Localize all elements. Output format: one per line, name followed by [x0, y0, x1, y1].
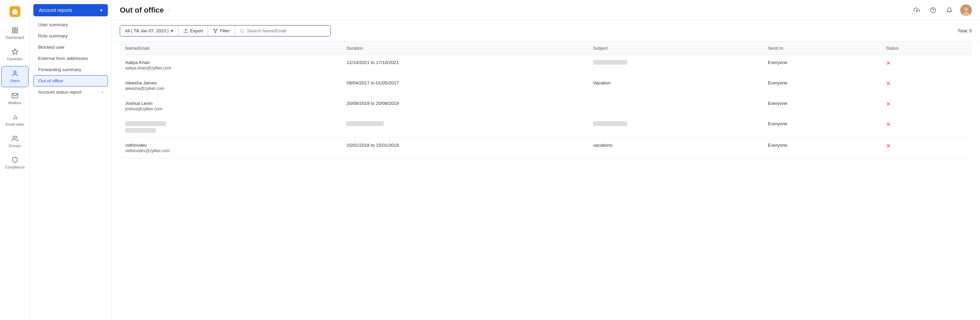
- cell-send-to: Everyone: [762, 96, 881, 116]
- sidebar-item-mailbox[interactable]: Mailbox: [2, 89, 29, 108]
- sidebar-item-users-label: Users: [10, 79, 20, 83]
- filter-icon: [213, 29, 218, 33]
- help-icon[interactable]: [928, 5, 939, 16]
- cell-name-email: [120, 116, 341, 138]
- status-inactive-icon: ✕: [886, 81, 891, 86]
- cell-subject: Vacation: [588, 76, 762, 96]
- sidebar-nav: Dashboard Favorites Users: [0, 23, 30, 173]
- cell-status: ✕: [881, 76, 972, 96]
- user-email: aaliya.khan@zylker.com: [125, 66, 336, 70]
- total-count: Total: 5: [958, 28, 972, 33]
- sidebar-item-email-stats[interactable]: Email stats: [2, 110, 29, 130]
- header-actions: [911, 5, 972, 16]
- sidebar-item-groups[interactable]: Groups: [2, 131, 29, 151]
- col-subject: Subject: [588, 41, 762, 55]
- page-title: Out of office: [120, 6, 164, 14]
- sidebar-item-favorites-label: Favorites: [7, 57, 22, 61]
- nav-item-forwarding-summary[interactable]: Forwarding summary: [30, 64, 111, 75]
- chevron-down-icon: ▾: [100, 8, 102, 13]
- nav-item-out-of-office[interactable]: Out of office: [33, 75, 108, 86]
- cell-subject: [588, 116, 762, 138]
- sidebar-item-users[interactable]: Users: [2, 66, 29, 87]
- sidebar-item-favorites[interactable]: Favorites: [2, 45, 29, 65]
- cell-name-email: Aaliya Khanaaliya.khan@zylker.com: [120, 55, 341, 76]
- svg-rect-3: [12, 31, 14, 33]
- groups-icon: [11, 135, 19, 142]
- cell-send-to: Everyone: [762, 116, 881, 138]
- sidebar-item-email-stats-label: Email stats: [6, 122, 24, 127]
- table-row: Aaliya Khanaaliya.khan@zylker.com12/10/2…: [120, 55, 972, 76]
- sidebar-item-compliance[interactable]: Compliance: [2, 153, 29, 173]
- svg-marker-4: [12, 49, 18, 54]
- user-email: joshua@zylker.com: [125, 107, 336, 111]
- cell-status: ✕: [881, 116, 972, 138]
- cell-name-email: Joshua Leninjoshua@zylker.com: [120, 96, 341, 116]
- col-status: Status: [881, 41, 972, 55]
- status-inactive-icon: ✕: [886, 60, 891, 66]
- table-header-row: Name/Email Duration Subject Send to Stat…: [120, 41, 972, 55]
- logo-icon: [10, 6, 21, 17]
- export-label: Export: [190, 28, 203, 33]
- user-name: Joshua Lenin: [125, 101, 336, 106]
- cell-duration: 15/01/2018 to 15/01/2018: [341, 138, 587, 158]
- col-name-email: Name/Email: [120, 41, 341, 55]
- account-reports-header[interactable]: Account reports ▾: [33, 4, 108, 16]
- nav-item-blocked-user[interactable]: Blocked user: [30, 41, 111, 53]
- svg-rect-0: [12, 28, 14, 30]
- svg-rect-1: [15, 28, 18, 30]
- star-icon[interactable]: ☆: [167, 7, 172, 13]
- svg-line-19: [243, 32, 243, 32]
- cell-duration: 20/08/2019 to 20/08/2019: [341, 96, 587, 116]
- status-inactive-icon: ✕: [886, 121, 891, 127]
- users-icon: [11, 70, 19, 77]
- cell-send-to: Everyone: [762, 138, 881, 158]
- nav-item-user-summary[interactable]: User summary: [30, 19, 111, 30]
- cell-status: ✕: [881, 138, 972, 158]
- upload-icon[interactable]: [911, 5, 922, 16]
- svg-point-18: [240, 29, 243, 32]
- user-name: Aaliya Khan: [125, 60, 336, 65]
- toolbar: All ( Till Jan 07, 2023 ) ▾ Export Filte…: [111, 21, 980, 41]
- date-filter-label: All ( Till Jan 07, 2023 ): [125, 28, 169, 33]
- cell-send-to: Everyone: [762, 76, 881, 96]
- cell-duration: 09/04/2017 to 01/05/2017: [341, 76, 587, 96]
- account-status-label: Account status report: [38, 89, 82, 95]
- export-button[interactable]: Export: [179, 25, 208, 36]
- favorites-icon: [11, 48, 19, 56]
- page-header: Out of office ☆: [111, 0, 980, 21]
- svg-point-9: [13, 136, 15, 138]
- sidebar-item-compliance-label: Compliance: [5, 165, 24, 170]
- sidebar-item-dashboard-label: Dashboard: [6, 35, 24, 40]
- export-icon: [183, 29, 188, 33]
- sidebar-item-dashboard[interactable]: Dashboard: [2, 23, 29, 43]
- nav-item-account-status[interactable]: Account status report ›: [30, 86, 111, 98]
- search-icon: [240, 29, 244, 33]
- cell-duration: 12/10/2021 to 17/10/2021: [341, 55, 587, 76]
- search-input[interactable]: [247, 28, 326, 33]
- mailbox-icon: [11, 92, 19, 99]
- dashboard-icon: [11, 27, 19, 34]
- nav-item-external-from[interactable]: External from addresses: [30, 53, 111, 64]
- out-of-office-table: Name/Email Duration Subject Send to Stat…: [120, 41, 972, 158]
- sidebar: Dashboard Favorites Users: [0, 0, 30, 320]
- svg-marker-17: [213, 29, 218, 33]
- search-box: [235, 25, 331, 36]
- user-name: Aleesha James: [125, 80, 336, 86]
- main-content: Out of office ☆: [111, 0, 980, 320]
- nav-item-role-summary[interactable]: Role summary: [30, 30, 111, 41]
- svg-rect-2: [15, 31, 18, 33]
- date-filter-button[interactable]: All ( Till Jan 07, 2023 ) ▾: [120, 25, 178, 36]
- nav-panel: Account reports ▾ User summary Role summ…: [30, 0, 111, 320]
- filter-button[interactable]: Filter: [208, 25, 235, 36]
- cell-subject: [588, 96, 762, 116]
- table-row: Joshua Leninjoshua@zylker.com20/08/2019 …: [120, 96, 972, 116]
- notification-icon[interactable]: [944, 5, 955, 16]
- avatar[interactable]: [960, 5, 972, 16]
- cell-subject: [588, 55, 762, 76]
- table-row: Everyone✕: [120, 116, 972, 138]
- compliance-icon: [11, 156, 19, 164]
- table-container: Name/Email Duration Subject Send to Stat…: [111, 41, 980, 320]
- user-name: vidhinvdev: [125, 143, 336, 148]
- col-send-to: Send to: [762, 41, 881, 55]
- account-reports-label: Account reports: [39, 8, 72, 13]
